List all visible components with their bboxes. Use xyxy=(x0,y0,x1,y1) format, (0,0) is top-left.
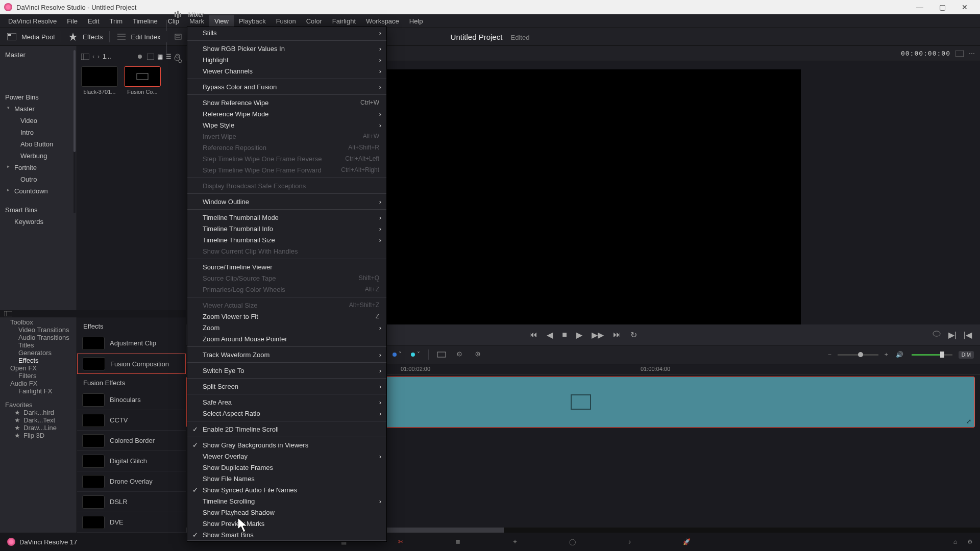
tree-item[interactable]: Intro xyxy=(0,127,77,138)
menu-item-show-gray-backgrounds-in-viewers[interactable]: Show Gray Backgrounds in Viewers xyxy=(187,439,386,450)
menu-item-window-outline[interactable]: Window Outline xyxy=(187,196,386,207)
fxtree-favorite[interactable]: ★Dark...hird xyxy=(0,409,77,416)
menu-item-show-rgb-picker-values-in[interactable]: Show RGB Picker Values In xyxy=(187,43,386,54)
menu-item-split-screen[interactable]: Split Screen xyxy=(187,381,386,392)
zoom-slider[interactable] xyxy=(838,354,878,356)
page-fusion-icon[interactable]: ✦ xyxy=(509,536,521,547)
tree-item[interactable]: Fortnite xyxy=(0,162,77,173)
fx-adjustment-clip[interactable]: Adjustment Clip xyxy=(77,333,186,354)
zoom-in-icon[interactable] xyxy=(473,349,484,360)
menu-item-timeline-thumbnail-size[interactable]: Timeline Thumbnail Size xyxy=(187,234,386,245)
tree-keywords[interactable]: Keywords xyxy=(0,216,77,228)
menu-item-zoom[interactable]: Zoom xyxy=(187,322,386,333)
fxtree-openfx[interactable]: Open FX xyxy=(0,364,77,372)
tree-item[interactable]: Master xyxy=(0,103,77,115)
page-deliver-icon[interactable]: 🚀 xyxy=(681,536,692,547)
pool-layout-icon[interactable] xyxy=(81,54,89,60)
page-fairlight-icon[interactable]: ♪ xyxy=(624,536,635,547)
view-grid-icon[interactable]: ▦ xyxy=(157,53,163,60)
fx-item[interactable]: Colored Border xyxy=(77,431,186,451)
zoom-out-icon[interactable] xyxy=(454,349,465,360)
menu-item-wipe-style[interactable]: Wipe Style xyxy=(187,119,386,131)
fxtree-item[interactable]: Video Transitions xyxy=(0,326,77,334)
menu-item-viewer-channels[interactable]: Viewer Channels xyxy=(187,65,386,77)
menu-item-zoom-viewer-to-fit[interactable]: Zoom Viewer to FitZ xyxy=(187,311,386,322)
pool-path[interactable]: 1... xyxy=(103,53,135,60)
menu-item-bypass-color-and-fusion[interactable]: Bypass Color and Fusion xyxy=(187,81,386,92)
media-pool-toggle[interactable]: Media Pool xyxy=(0,28,61,45)
step-back-icon[interactable]: ◀ xyxy=(547,330,553,340)
volume-slider[interactable] xyxy=(912,354,952,356)
menu-item-show-playhead-shadow[interactable]: Show Playhead Shadow xyxy=(187,507,386,518)
fxtree-audiofx[interactable]: Audio FX xyxy=(0,380,77,387)
fxtree-favorite[interactable]: ★Flip 3D xyxy=(0,432,77,439)
menu-item-select-aspect-ratio[interactable]: Select Aspect Ratio xyxy=(187,408,386,419)
page-edit-icon[interactable]: ≣ xyxy=(452,536,463,547)
fxtree-toolbox[interactable]: Toolbox xyxy=(0,318,77,326)
overwrite-icon[interactable]: |◀ xyxy=(964,330,972,340)
fxtree-item[interactable]: Titles xyxy=(0,341,77,349)
fx-item[interactable]: DSLR xyxy=(77,492,186,512)
menu-item-show-preview-marks[interactable]: Show Preview Marks xyxy=(187,518,386,529)
menu-item-enable-2d-timeline-scroll[interactable]: Enable 2D Timeline Scroll xyxy=(187,423,386,435)
dim-button[interactable]: DIM xyxy=(959,351,974,359)
speaker-icon[interactable]: 🔊 xyxy=(894,349,905,360)
fx-fusion-composition[interactable]: Fusion Composition xyxy=(77,354,186,374)
tree-item[interactable]: Werbung xyxy=(0,150,77,162)
fx-item[interactable]: CCTV xyxy=(77,410,186,431)
fxtree-fairlight[interactable]: Fairlight FX xyxy=(0,387,77,395)
menu-item-show-reference-wipe[interactable]: Show Reference WipeCtrl+W xyxy=(187,97,386,108)
insert-icon[interactable]: ▶| xyxy=(948,330,957,340)
menu-item-track-waveform-zoom[interactable]: Track Waveform Zoom xyxy=(187,349,386,360)
effects-toggle[interactable]: Effects xyxy=(61,28,109,45)
fxtree-effects[interactable]: Effects xyxy=(0,357,77,364)
fxtree-favorite[interactable]: ★Draw...Line xyxy=(0,424,77,432)
fx-item[interactable]: DVE xyxy=(77,512,186,533)
menu-trim[interactable]: Trim xyxy=(105,15,128,27)
tree-scroll-thumb[interactable] xyxy=(74,50,76,152)
pool-clip[interactable]: black-3701... xyxy=(81,66,118,95)
fx-item[interactable]: Binoculars xyxy=(77,390,186,410)
menu-item-show-synced-audio-file-names[interactable]: Show Synced Audio File Names xyxy=(187,484,386,495)
menu-edit[interactable]: Edit xyxy=(83,15,104,27)
play-icon[interactable]: ▶ xyxy=(576,330,582,340)
menu-item-highlight[interactable]: Highlight xyxy=(187,54,386,65)
settings-icon[interactable]: ⚙ xyxy=(967,538,973,545)
menu-item-source-timeline-viewer[interactable]: Source/Timeline Viewer xyxy=(187,261,386,272)
menu-file[interactable]: File xyxy=(62,15,83,27)
menu-item-show-file-names[interactable]: Show File Names xyxy=(187,473,386,484)
page-cut-icon[interactable]: ✄ xyxy=(395,536,406,547)
menu-davinci-resolve[interactable]: DaVinci Resolve xyxy=(3,15,62,27)
menu-item-show-power-bins[interactable]: Show Power Bins xyxy=(187,540,386,542)
menu-item-show-duplicate-frames[interactable]: Show Duplicate Frames xyxy=(187,462,386,473)
flag-blue-icon[interactable]: ˅ xyxy=(391,349,403,360)
step-fwd-icon[interactable]: ▶▶ xyxy=(592,330,604,340)
match-frame-icon[interactable] xyxy=(932,330,941,340)
tree-item[interactable]: Video xyxy=(0,115,77,127)
view-thumb-icon[interactable] xyxy=(147,54,154,60)
pool-clip[interactable]: Fusion Co... xyxy=(124,66,161,95)
menu-item-switch-eye-to[interactable]: Switch Eye To xyxy=(187,365,386,376)
flag-cyan-icon[interactable]: ˅ xyxy=(410,349,421,360)
page-color-icon[interactable]: ◯ xyxy=(567,536,578,547)
menu-item-safe-area[interactable]: Safe Area xyxy=(187,396,386,408)
menu-item-reference-wipe-mode[interactable]: Reference Wipe Mode xyxy=(187,108,386,119)
tree-item[interactable]: Countdown xyxy=(0,185,77,197)
tree-master[interactable]: Master xyxy=(0,49,77,61)
mixer-toggle[interactable]: Mixer xyxy=(166,9,980,20)
menu-item-viewer-overlay[interactable]: Viewer Overlay xyxy=(187,450,386,462)
goto-end-icon[interactable]: ⏭ xyxy=(613,330,621,339)
menu-item-timeline-thumbnail-info[interactable]: Timeline Thumbnail Info xyxy=(187,223,386,234)
tree-item[interactable]: Abo Button xyxy=(0,138,77,150)
edit-index-toggle[interactable]: Edit Index xyxy=(110,28,167,45)
goto-start-icon[interactable]: ⏮ xyxy=(529,330,537,339)
clip-expand-icon[interactable]: ⤢ xyxy=(966,418,971,425)
fx-item[interactable]: Digital Glitch xyxy=(77,451,186,471)
menu-item-timeline-scrolling[interactable]: Timeline Scrolling xyxy=(187,495,386,507)
tree-item[interactable]: Outro xyxy=(0,173,77,185)
fx-item[interactable]: Drone Overlay xyxy=(77,471,186,492)
home-icon[interactable]: ⌂ xyxy=(953,538,957,545)
fxtree-item[interactable]: Audio Transitions xyxy=(0,334,77,341)
timeline-view-icon[interactable] xyxy=(436,349,447,360)
menu-item-timeline-thumbnail-mode[interactable]: Timeline Thumbnail Mode xyxy=(187,212,386,223)
